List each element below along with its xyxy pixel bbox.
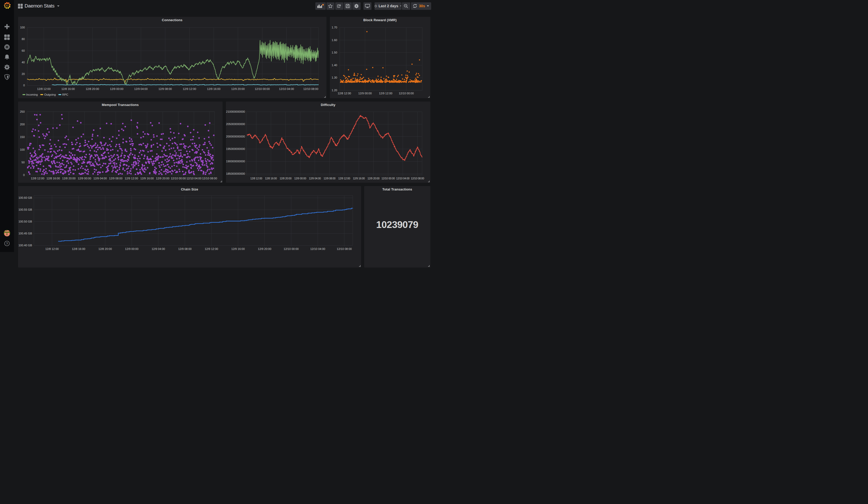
svg-text:0: 0 (23, 84, 24, 87)
svg-text:12/10 00:00: 12/10 00:00 (255, 88, 270, 91)
svg-text:100.45 GB: 100.45 GB (18, 232, 32, 235)
svg-text:12/8 20:00: 12/8 20:00 (98, 247, 112, 250)
svg-text:12/10 00:00: 12/10 00:00 (382, 177, 395, 180)
svg-text:12/8 16:00: 12/8 16:00 (265, 177, 277, 180)
svg-text:40: 40 (21, 61, 24, 64)
svg-text:12/8 20:00: 12/8 20:00 (280, 177, 292, 180)
svg-text:80: 80 (21, 38, 24, 41)
svg-text:100.60 GB: 100.60 GB (18, 196, 32, 199)
svg-text:12/9 12:00: 12/9 12:00 (125, 177, 138, 180)
svg-text:12/10 04:00: 12/10 04:00 (186, 177, 202, 180)
svg-text:12/9 04:00: 12/9 04:00 (134, 88, 148, 91)
svg-text:1.60: 1.60 (332, 39, 337, 42)
svg-text:12/10 04:00: 12/10 04:00 (279, 88, 294, 91)
svg-text:100.55 GB: 100.55 GB (18, 208, 32, 211)
svg-text:12/9 00:00: 12/9 00:00 (125, 247, 138, 250)
svg-text:12/10 00:00: 12/10 00:00 (170, 177, 186, 180)
svg-text:12/9 00:00: 12/9 00:00 (110, 88, 123, 91)
svg-text:12/10 08:00: 12/10 08:00 (202, 177, 217, 180)
svg-text:250: 250 (20, 110, 24, 113)
svg-text:12/10 04:00: 12/10 04:00 (310, 247, 325, 250)
svg-text:1.50: 1.50 (332, 51, 337, 54)
svg-text:12/9 20:00: 12/9 20:00 (368, 177, 380, 180)
svg-text:12/8 16:00: 12/8 16:00 (61, 88, 75, 91)
svg-text:12/9 12:00: 12/9 12:00 (338, 177, 350, 180)
svg-text:12/9 00:00: 12/9 00:00 (78, 177, 91, 180)
svg-text:200000000000: 200000000000 (226, 135, 245, 138)
svg-text:12/10 08:00: 12/10 08:00 (337, 247, 352, 250)
svg-text:12/9 20:00: 12/9 20:00 (231, 88, 245, 91)
svg-text:12/9 20:00: 12/9 20:00 (156, 177, 169, 180)
svg-text:12/9 12:00: 12/9 12:00 (379, 92, 392, 95)
svg-text:1.70: 1.70 (332, 26, 337, 29)
svg-text:12/9 08:00: 12/9 08:00 (109, 177, 122, 180)
svg-text:50: 50 (21, 161, 24, 164)
svg-text:12/8 12:00: 12/8 12:00 (338, 92, 351, 95)
svg-text:12/8 12:00: 12/8 12:00 (37, 88, 50, 91)
svg-text:12/8 20:00: 12/8 20:00 (85, 88, 99, 91)
svg-text:12/8 12:00: 12/8 12:00 (250, 177, 262, 180)
svg-text:1.40: 1.40 (332, 64, 337, 67)
svg-text:12/9 12:00: 12/9 12:00 (183, 88, 196, 91)
svg-text:100: 100 (20, 26, 24, 29)
svg-text:20: 20 (21, 72, 24, 75)
svg-text:12/9 04:00: 12/9 04:00 (309, 177, 321, 180)
svg-text:0: 0 (23, 173, 24, 176)
svg-text:12/9 08:00: 12/9 08:00 (324, 177, 336, 180)
svg-text:12/9 20:00: 12/9 20:00 (258, 247, 271, 250)
svg-text:?: ? (6, 242, 8, 246)
svg-text:100.40 GB: 100.40 GB (18, 244, 32, 247)
svg-text:190000000000: 190000000000 (226, 160, 245, 163)
svg-text:100.50 GB: 100.50 GB (18, 220, 32, 223)
svg-text:205000000000: 205000000000 (226, 123, 245, 126)
svg-text:12/9 00:00: 12/9 00:00 (358, 92, 372, 95)
svg-text:12/9 00:00: 12/9 00:00 (294, 177, 306, 180)
svg-text:12/10 00:00: 12/10 00:00 (283, 247, 299, 250)
svg-text:185000000000: 185000000000 (226, 172, 245, 175)
svg-text:12/9 16:00: 12/9 16:00 (231, 247, 245, 250)
svg-text:12/9 08:00: 12/9 08:00 (178, 247, 192, 250)
svg-text:210000000000: 210000000000 (226, 110, 245, 113)
svg-text:12/8 16:00: 12/8 16:00 (72, 247, 85, 250)
svg-text:12/10 00:00: 12/10 00:00 (399, 92, 414, 95)
svg-text:12/8 12:00: 12/8 12:00 (45, 247, 59, 250)
svg-text:195000000000: 195000000000 (226, 147, 245, 151)
svg-text:1.30: 1.30 (332, 76, 337, 79)
svg-text:12/10 08:00: 12/10 08:00 (303, 88, 318, 91)
svg-text:12/9 12:00: 12/9 12:00 (205, 247, 218, 250)
svg-text:12/8 12:00: 12/8 12:00 (31, 177, 44, 180)
svg-text:60: 60 (21, 49, 24, 52)
svg-text:12/9 08:00: 12/9 08:00 (158, 88, 172, 91)
svg-text:150: 150 (20, 135, 24, 138)
svg-text:200: 200 (20, 123, 24, 126)
svg-text:12/9 16:00: 12/9 16:00 (207, 88, 220, 91)
svg-text:12/8 20:00: 12/8 20:00 (62, 177, 75, 180)
svg-text:12/9 16:00: 12/9 16:00 (353, 177, 365, 180)
svg-text:12/10 08:00: 12/10 08:00 (411, 177, 424, 180)
svg-text:12/10 04:00: 12/10 04:00 (396, 177, 410, 180)
svg-text:12/9 04:00: 12/9 04:00 (152, 247, 165, 250)
svg-text:100: 100 (20, 148, 24, 151)
svg-text:1.20: 1.20 (332, 89, 337, 92)
svg-text:12/8 16:00: 12/8 16:00 (46, 177, 60, 180)
svg-text:12/9 16:00: 12/9 16:00 (140, 177, 154, 180)
svg-text:12/9 04:00: 12/9 04:00 (93, 177, 107, 180)
